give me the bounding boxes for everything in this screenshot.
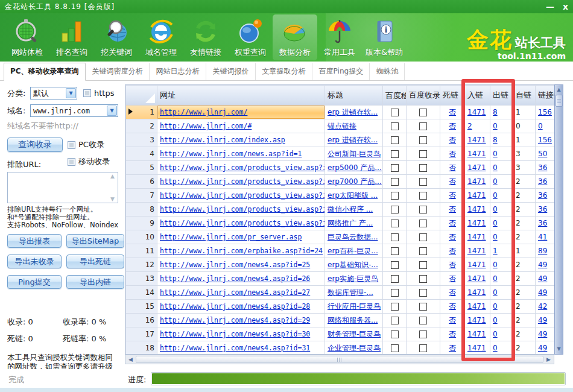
toolbar-item-domain-ie[interactable]: 域名管理 (139, 14, 183, 60)
dead-link-link[interactable]: 否 (449, 136, 456, 144)
outlink-link[interactable]: 0 (493, 219, 498, 227)
chevron-down-icon[interactable]: ▼ (107, 106, 117, 116)
title-link[interactable]: erp7000 产品... (328, 177, 382, 186)
export-button[interactable]: 导出未收录 (7, 254, 62, 268)
baidu-index-checkbox[interactable] (419, 317, 427, 324)
baidu-mobile-checkbox[interactable] (391, 233, 399, 241)
export-button[interactable]: 导出死链 (66, 254, 124, 268)
row-number[interactable]: 14 (126, 286, 157, 300)
query-index-button[interactable]: 查询收录 (7, 138, 63, 152)
outlink-link[interactable]: 0 (493, 316, 498, 324)
inlink-link[interactable]: 1471 (467, 233, 486, 241)
title-link[interactable]: erp太阳能版 ... (328, 191, 378, 200)
dead-link-link[interactable]: 否 (449, 344, 456, 352)
horizontal-scrollbar[interactable]: ◀ ▶ (125, 355, 554, 364)
title-link[interactable]: 微信小程序 ... (328, 205, 373, 213)
links-count-link[interactable]: 156 (538, 108, 552, 116)
baidu-index-checkbox[interactable] (419, 275, 427, 283)
dead-link-link[interactable]: 否 (449, 261, 456, 269)
links-count-link[interactable]: 36 (538, 163, 547, 172)
minimize-button[interactable]: — (546, 1, 554, 13)
url-link[interactable]: http://www.jlnrj.com/news4.asp?id=31 (160, 344, 310, 352)
baidu-index-checkbox[interactable] (419, 178, 427, 186)
inlink-link[interactable]: 1471 (467, 247, 486, 255)
links-count-link[interactable]: 36 (538, 219, 547, 227)
url-link[interactable]: http://www.jlnrj.com/# (160, 122, 252, 130)
tab-item-1[interactable]: 关键词密度分析 (86, 63, 150, 80)
inlink-link[interactable]: 1471 (467, 302, 486, 311)
baidu-mobile-checkbox[interactable] (391, 178, 399, 186)
baidu-index-checkbox[interactable] (419, 220, 427, 227)
baidu-index-checkbox[interactable] (419, 303, 427, 311)
url-link[interactable]: http://www.jlnrj.com/ (160, 108, 247, 116)
scroll-up-icon[interactable]: ▲ (555, 86, 563, 94)
baidu-index-checkbox[interactable] (419, 247, 427, 255)
dead-link-link[interactable]: 否 (449, 302, 456, 311)
baidu-mobile-checkbox[interactable] (391, 220, 399, 227)
inlink-link[interactable]: 1471 (467, 177, 486, 186)
baidu-index-checkbox[interactable] (419, 136, 427, 144)
title-link[interactable]: 行业应用-巨灵鸟 (328, 302, 381, 311)
outlink-link[interactable]: 0 (493, 274, 498, 283)
row-number[interactable]: 9 (126, 217, 157, 230)
toolbar-item-umbrella-tools[interactable]: 常用工具 (317, 14, 362, 60)
exclude-url-textarea[interactable]: ▲ ▼ (7, 172, 118, 203)
title-link[interactable]: 锚点链接 (328, 122, 356, 130)
export-button[interactable]: 导出报表 (7, 234, 62, 248)
column-header[interactable]: 死链 (440, 86, 465, 106)
links-count-link[interactable]: 36 (538, 205, 547, 213)
title-link[interactable]: erp 进销存软... (328, 136, 378, 144)
url-link[interactable]: http://www.jlnrj.com/news4.asp?id=28 (160, 302, 310, 311)
baidu-index-checkbox[interactable] (419, 330, 427, 338)
dead-link-link[interactable]: 否 (449, 288, 456, 297)
tab-item-3[interactable]: 关键词报价 (206, 63, 256, 80)
dead-link-link[interactable]: 否 (449, 247, 456, 255)
baidu-index-checkbox[interactable] (419, 289, 427, 297)
row-number[interactable]: 10 (126, 230, 157, 244)
row-number[interactable]: 2 (126, 119, 157, 133)
links-count-link[interactable]: 49 (538, 330, 547, 338)
inlink-link[interactable]: 1471 (467, 344, 486, 352)
title-link[interactable]: erp百科-巨灵... (328, 247, 378, 255)
title-link[interactable]: erp基础知识-... (328, 261, 378, 269)
toolbar-item-rank-chart[interactable]: 排名查询 (49, 14, 94, 60)
mobile-index-checkbox[interactable] (68, 158, 75, 166)
inlink-link[interactable]: 1471 (467, 274, 486, 283)
links-count-link[interactable]: 50 (538, 150, 547, 158)
scroll-left-icon[interactable]: ◀ (126, 355, 135, 364)
outlink-link[interactable]: 0 (493, 261, 498, 269)
column-header[interactable]: 链接数 (536, 86, 555, 106)
url-link[interactable]: http://www.jlnrj.com/index.asp (160, 136, 285, 144)
domain-combobox[interactable]: www.jlnrj.com ▼ (30, 104, 118, 117)
close-button[interactable]: x (563, 1, 568, 13)
dead-link-link[interactable]: 否 (449, 177, 456, 186)
links-count-link[interactable]: 42 (538, 302, 547, 311)
scrollbar-thumb[interactable] (136, 356, 543, 363)
export-button[interactable]: 导出内链 (66, 275, 124, 289)
export-button[interactable]: Ping提交 (7, 275, 62, 289)
https-checkbox[interactable] (83, 89, 91, 97)
links-count-link[interactable]: 0 (538, 122, 543, 130)
baidu-index-checkbox[interactable] (419, 233, 427, 241)
toolbar-item-site-check[interactable]: 网站体检 (5, 14, 49, 60)
links-count-link[interactable]: 41 (538, 233, 547, 241)
scroll-down-icon[interactable]: ▼ (555, 345, 563, 353)
outlink-link[interactable]: 0 (493, 150, 498, 158)
row-number[interactable]: 8 (126, 203, 157, 217)
title-link[interactable]: 网络和服务器... (328, 316, 378, 324)
links-count-link[interactable]: 89 (538, 247, 547, 255)
links-count-link[interactable]: 49 (538, 288, 547, 297)
scroll-down-icon[interactable]: ▼ (108, 196, 117, 202)
category-select[interactable]: 默认 ▼ (30, 87, 77, 100)
baidu-mobile-checkbox[interactable] (391, 344, 399, 352)
title-link[interactable]: 公司新闻-巨灵鸟 (328, 150, 381, 158)
links-count-link[interactable]: 36 (538, 191, 547, 200)
inlink-link[interactable]: 1471 (467, 205, 486, 213)
row-number[interactable]: 6 (126, 175, 157, 189)
url-link[interactable]: http://www.jlnrj.com/news.asp?id=1 (160, 150, 302, 158)
toolbar-item-weight-globe[interactable]: 权重查询 (228, 14, 273, 60)
title-link[interactable]: 网络推广 产... (328, 219, 373, 227)
baidu-mobile-checkbox[interactable] (391, 330, 399, 338)
row-number[interactable]: 7 (126, 189, 157, 203)
pc-index-checkbox[interactable] (68, 141, 75, 149)
